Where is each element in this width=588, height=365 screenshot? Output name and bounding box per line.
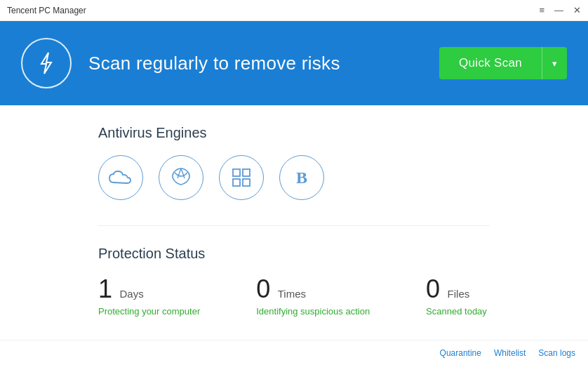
- stat-days-desc: Protecting your computer: [98, 306, 200, 317]
- svg-rect-4: [243, 179, 250, 186]
- engine-eagle: [159, 155, 203, 200]
- minimize-button[interactable]: —: [554, 6, 563, 15]
- svg-rect-1: [233, 169, 240, 176]
- section-divider: [98, 225, 490, 226]
- stat-files-number: 0: [426, 274, 440, 303]
- engine-windows: [219, 155, 264, 200]
- stat-times-label: Times: [278, 288, 306, 300]
- banner-text: Scan regularly to remove risks: [88, 53, 422, 74]
- antivirus-title: Antivirus Engines: [98, 125, 490, 141]
- bitdefender-icon: B: [296, 168, 307, 187]
- engine-cloud: [98, 155, 143, 200]
- main-content: Antivirus Engines: [0, 105, 588, 317]
- svg-marker-0: [41, 53, 51, 74]
- protection-section: Protection Status 1 Days Protecting your…: [98, 246, 490, 317]
- svg-rect-3: [233, 179, 240, 186]
- header-banner: Scan regularly to remove risks Quick Sca…: [0, 21, 588, 105]
- scan-button-group: Quick Scan ▾: [439, 47, 567, 79]
- window-controls: ≡ — ✕: [539, 6, 581, 15]
- chevron-down-icon: ▾: [552, 58, 557, 69]
- quick-scan-button[interactable]: Quick Scan: [439, 47, 542, 79]
- antivirus-section: Antivirus Engines: [98, 125, 490, 200]
- stat-days-number: 1: [98, 274, 112, 303]
- footer: Quarantine Whitelist Scan logs: [0, 340, 588, 365]
- whitelist-link[interactable]: Whitelist: [494, 348, 526, 358]
- engine-icons-row: B: [98, 155, 490, 200]
- stat-times-number: 0: [256, 274, 270, 303]
- stats-row: 1 Days Protecting your computer 0 Times …: [98, 274, 490, 317]
- stat-times: 0 Times Identifying suspicious action: [256, 274, 370, 317]
- close-button[interactable]: ✕: [573, 6, 581, 15]
- scan-dropdown-button[interactable]: ▾: [542, 47, 567, 79]
- stat-files: 0 Files Scanned today: [426, 274, 487, 317]
- scan-logs-link[interactable]: Scan logs: [538, 348, 575, 358]
- stat-days-label: Days: [119, 288, 143, 300]
- stat-days: 1 Days Protecting your computer: [98, 274, 200, 317]
- shield-icon: [21, 38, 72, 88]
- app-title: Tencent PC Manager: [7, 6, 86, 15]
- title-bar: Tencent PC Manager ≡ — ✕: [0, 0, 588, 21]
- stat-files-label: Files: [448, 288, 470, 300]
- menu-button[interactable]: ≡: [539, 6, 544, 15]
- stat-times-desc: Identifying suspicious action: [256, 306, 370, 317]
- engine-bitdefender: B: [279, 155, 324, 200]
- stat-files-desc: Scanned today: [426, 306, 487, 317]
- protection-title: Protection Status: [98, 246, 490, 262]
- svg-rect-2: [243, 169, 250, 176]
- quarantine-link[interactable]: Quarantine: [440, 348, 481, 358]
